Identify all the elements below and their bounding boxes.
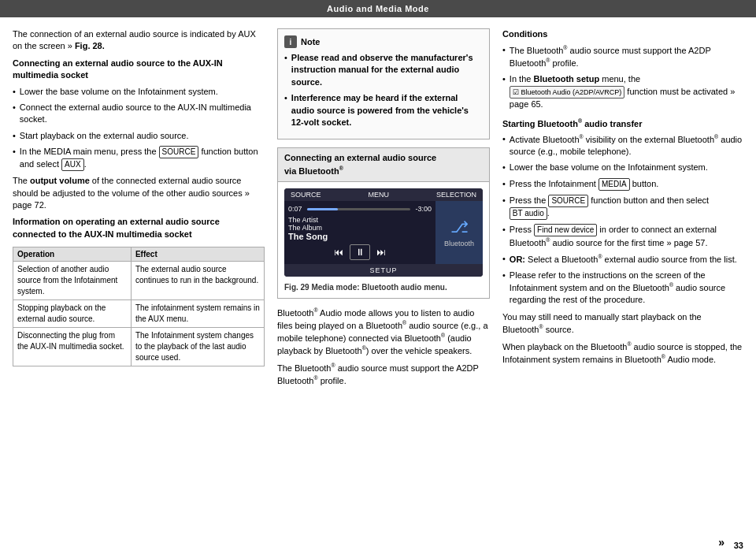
info-table: Operation Effect Selection of another au… bbox=[13, 247, 265, 366]
bullet-dot: • bbox=[502, 270, 506, 307]
bullet-dot: • bbox=[502, 73, 506, 110]
bluetooth-icon: ⎇ bbox=[450, 218, 469, 236]
bt-screen: SOURCE MENU SELECTION 0:07 -3:00 bbox=[284, 188, 483, 277]
table-cell-eff2: The infotainment system remains in the A… bbox=[131, 300, 264, 328]
next-arrow: » bbox=[718, 536, 724, 549]
bt-time: 0:07 bbox=[288, 205, 302, 214]
aux-button-inline: AUX bbox=[61, 158, 84, 171]
middle-column: i Note • Please read and observe the man… bbox=[277, 28, 490, 542]
bt-track-info: The Artist The Album The Song bbox=[288, 216, 432, 241]
bullet-dot: • bbox=[13, 86, 16, 98]
manual-start-text: You may still need to manually start pla… bbox=[502, 311, 743, 336]
bt-playback-controls: ⏮ ⏸ ⏭ bbox=[288, 244, 432, 260]
bullet-dot: • bbox=[13, 102, 16, 126]
bullet-dot: • bbox=[502, 253, 506, 266]
note-header: i Note bbox=[284, 35, 483, 48]
next-icon[interactable]: ⏭ bbox=[376, 247, 386, 258]
bt-top-bar: SOURCE MENU SELECTION bbox=[284, 188, 483, 201]
bt-setup-bar: SETUP bbox=[284, 264, 483, 277]
note-bullet1: • Please read and observe the manufactur… bbox=[284, 52, 483, 88]
header-title: Audio and Media Mode bbox=[327, 4, 429, 13]
transfer-bullet4: • Press the SOURCE function button and t… bbox=[502, 195, 743, 220]
bt-selection-label: SELECTION bbox=[436, 191, 476, 199]
tb7-text: Please refer to the instructions on the … bbox=[510, 270, 743, 307]
bt-intro-text: Bluetooth® Audio mode allows you to list… bbox=[277, 307, 490, 357]
find-new-device-inline: Find new device bbox=[534, 224, 597, 236]
bt-setup-label: SETUP bbox=[369, 266, 397, 274]
table-header-operation: Operation bbox=[13, 247, 132, 262]
bullet-press-source: • In the MEDIA main menu, press the SOUR… bbox=[13, 146, 265, 171]
transfer-bullet5: • Press Find new device in order to conn… bbox=[502, 224, 743, 249]
prev-icon[interactable]: ⏮ bbox=[334, 247, 343, 258]
output-volume-text: The output volume of the connected exter… bbox=[13, 175, 265, 211]
tb2-text: Lower the base volume on the Infotainmen… bbox=[510, 162, 708, 173]
fig-label: Fig. 29 bbox=[284, 283, 309, 292]
bullet-start-playback: • Start playback on the external audio s… bbox=[13, 130, 265, 142]
note-bullet2: • Interference may be heard if the exter… bbox=[284, 92, 483, 128]
bt-artist: The Artist bbox=[288, 216, 432, 224]
condition2-text: In the Bluetooth setup menu, the Bluetoo… bbox=[510, 73, 743, 110]
section1-title: Connecting an external audio source to t… bbox=[13, 58, 265, 82]
transfer-bullet3: • Press the Infotainment MEDIA button. bbox=[502, 178, 743, 191]
table-cell-op3: Disconnecting the plug from the AUX-IN m… bbox=[13, 328, 132, 366]
tb5-text: Press Find new device in order to connec… bbox=[510, 224, 743, 249]
bt-progress-bar bbox=[307, 208, 339, 210]
bt-profile-text: The Bluetooth® audio source must support… bbox=[277, 362, 490, 387]
bullet-dot: • bbox=[13, 146, 16, 171]
bullet-dot: • bbox=[502, 178, 506, 191]
condition1-text: The Bluetooth® audio source must support… bbox=[510, 44, 743, 69]
page-number: 33 bbox=[734, 541, 743, 550]
note-box: i Note • Please read and observe the man… bbox=[277, 28, 490, 140]
transfer-bullet6: • OR: Select a Bluetooth® external audio… bbox=[502, 253, 743, 266]
content-area: The connection of an external audio sour… bbox=[0, 17, 756, 553]
table-cell-eff3: The Infotainment system changes to the p… bbox=[131, 328, 264, 366]
tb1-text: Activate Bluetooth® visibility on the ex… bbox=[510, 133, 743, 158]
left-column: The connection of an external audio sour… bbox=[13, 28, 265, 542]
fig-caption-desc: Media mode: Bluetooth audio menu. bbox=[311, 283, 447, 292]
bt-remaining: -3:00 bbox=[415, 205, 432, 214]
header-bar: Audio and Media Mode bbox=[0, 0, 756, 17]
bluetooth-section-title: Connecting an external audio sourcevia B… bbox=[278, 148, 489, 181]
conditions-title: Conditions bbox=[502, 28, 743, 40]
bullet-dot: • bbox=[502, 195, 506, 220]
tb4-text: Press the SOURCE function button and the… bbox=[510, 195, 743, 220]
bt-content: 0:07 -3:00 The Artist The Album The Song bbox=[284, 201, 483, 264]
bt-song-title: The Song bbox=[288, 232, 432, 241]
right-column: Conditions • The Bluetooth® audio source… bbox=[502, 28, 743, 542]
media-button-inline: MEDIA bbox=[598, 178, 630, 191]
bullet-dot: • bbox=[502, 162, 506, 173]
section2-title: Information on operating an external aud… bbox=[13, 216, 265, 240]
bt-icon-area: ⎇ Bluetooth bbox=[435, 201, 483, 264]
table-cell-eff1: The external audio source continues to r… bbox=[131, 262, 264, 300]
when-stopped-text: When playback on the Bluetooth® audio so… bbox=[502, 340, 743, 366]
condition-bullet2: • In the Bluetooth setup menu, the Bluet… bbox=[502, 73, 743, 110]
intro-text: The connection of an external audio sour… bbox=[13, 28, 265, 53]
note-label: Note bbox=[301, 37, 320, 46]
table-header-effect: Effect bbox=[131, 247, 264, 262]
tb6-text: OR: Select a Bluetooth® external audio s… bbox=[510, 253, 737, 266]
bullet-dot: • bbox=[502, 44, 506, 69]
bt-time-bar: 0:07 -3:00 bbox=[288, 205, 432, 214]
table-cell-op2: Stopping playback on the external audio … bbox=[13, 300, 132, 328]
source-button-inline2: SOURCE bbox=[548, 195, 588, 207]
bullet-dot: • bbox=[502, 133, 506, 158]
transfer-bullet2: • Lower the base volume on the Infotainm… bbox=[502, 162, 743, 173]
table-cell-op1: Selection of another audio source from t… bbox=[13, 262, 132, 300]
bullet-dot: • bbox=[284, 92, 287, 128]
bt-album: The Album bbox=[288, 224, 432, 232]
note-icon: i bbox=[284, 35, 297, 48]
pause-icon[interactable]: ⏸ bbox=[350, 244, 370, 260]
tb3-text: Press the Infotainment MEDIA button. bbox=[510, 178, 659, 191]
note-bullet2-text: Interference may be heard if the externa… bbox=[291, 92, 483, 128]
bt-transfer-title: Starting Bluetooth® audio transfer bbox=[502, 117, 743, 130]
table-row: Disconnecting the plug from the AUX-IN m… bbox=[13, 328, 265, 366]
bt-source-label: SOURCE bbox=[291, 191, 321, 199]
source-button-inline: SOURCE bbox=[159, 146, 199, 158]
table-row: Selection of another audio source from t… bbox=[13, 262, 265, 300]
transfer-bullet7: • Please refer to the instructions on th… bbox=[502, 270, 743, 307]
bullet-dot: • bbox=[13, 130, 16, 142]
page: Audio and Media Mode The connection of a… bbox=[0, 0, 756, 558]
bt-controls: 0:07 -3:00 The Artist The Album The Song bbox=[284, 201, 435, 264]
fig-caption: Fig. 29 Media mode: Bluetooth audio menu… bbox=[284, 283, 483, 292]
bt-audio-checkbox: Bluetooth Audio (A2DP/AVRCP) bbox=[510, 86, 624, 99]
